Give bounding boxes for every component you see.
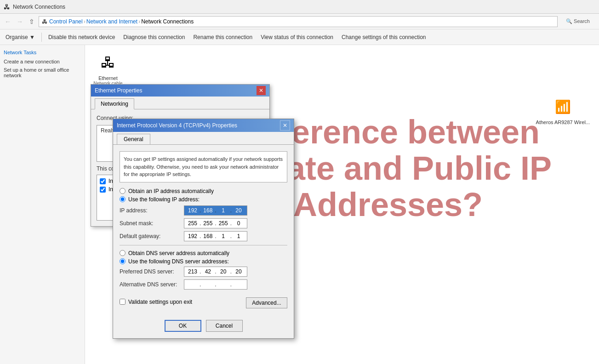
ip-address-input[interactable]: . . . [184,205,247,216]
ethernet-dialog-title: Ethernet Properties [95,87,257,94]
rename-button[interactable]: Rename this connection [189,31,256,44]
adns-octet-1[interactable] [186,281,199,288]
adns-octet-3[interactable] [217,281,230,288]
ethernet-dialog-close[interactable]: ✕ [257,86,266,95]
tcpip-dialog-tabs: General [113,132,294,145]
pdns-octet-2[interactable] [201,268,214,275]
subnet-octet-1[interactable] [186,220,199,227]
gw-octet-1[interactable] [186,233,199,239]
subnet-mask-label: Subnet mask: [120,220,184,227]
address-bar: ← → ⇧ 🖧 Control Panel › Network and Inte… [0,14,599,29]
left-panel-item-2[interactable]: Set up a home or small office network [4,67,81,78]
forward-button[interactable]: → [15,17,25,27]
manual-ip-row: Use the following IP address: [120,196,287,203]
subnet-mask-row: Subnet mask: . . . [120,218,287,228]
back-button[interactable]: ← [3,17,13,27]
ip-radio-group: Obtain an IP address automatically Use t… [120,188,287,203]
view-status-button[interactable]: View status of this connection [257,31,337,44]
gw-octet-2[interactable] [201,233,214,239]
pdns-octet-4[interactable] [232,268,245,275]
app-icon: 🖧 [4,3,10,11]
toolbar: Organise ▼ Disable this network device D… [0,29,599,45]
alternative-dns-input[interactable]: . . . [184,279,247,290]
manual-dns-row: Use the following DNS server addresses: [120,258,287,265]
gw-octet-4[interactable] [232,233,245,239]
gateway-input[interactable]: . . . [184,231,247,241]
preferred-dns-input[interactable]: . . . [184,267,247,277]
ip-octet-1[interactable] [186,207,199,214]
ip-octet-2[interactable] [201,207,214,214]
pdns-octet-1[interactable] [186,268,199,275]
gateway-label: Default gateway: [120,233,184,239]
alternative-dns-label: Alternative DNS server: [120,281,184,288]
gw-octet-3[interactable] [217,233,230,239]
breadcrumb-icon: 🖧 [42,18,47,25]
separator [120,245,287,245]
ip-address-label: IP address: [120,207,184,214]
info-box: You can get IP settings assigned automat… [120,151,287,182]
manual-dns-label: Use the following DNS server addresses: [128,258,229,265]
preferred-dns-row: Preferred DNS server: . . . [120,267,287,277]
ethernet-dialog-tabs: Networking [91,97,269,109]
validate-checkbox[interactable] [120,299,126,305]
ip-octet-4[interactable] [232,207,245,214]
dns-section: Obtain DNS server address automatically … [120,250,287,290]
ip-address-row: IP address: . . . [120,205,287,216]
tcpip-dialog-body: You can get IP settings assigned automat… [113,145,294,316]
adns-octet-4[interactable] [232,281,245,288]
alternative-dns-row: Alternative DNS server: . . . [120,279,287,290]
auto-dns-label: Obtain DNS server address automatically [128,250,229,256]
manual-dns-radio[interactable] [120,258,126,264]
auto-ip-radio[interactable] [120,188,126,194]
breadcrumb-control-panel[interactable]: Control Panel [49,18,83,25]
content-area: 🖧 Ethernet Network cable unplugged 📶 Ath… [85,45,599,364]
main-area: Network Tasks Create a new connection Se… [0,45,599,364]
pdns-octet-3[interactable] [217,268,230,275]
toolbar-separator-1 [41,33,42,42]
manual-ip-radio[interactable] [120,196,126,202]
subnet-octet-4[interactable] [232,220,245,227]
tcpip-dialog-buttons: OK Cancel [113,316,294,338]
title-bar: 🖧 Network Connections [0,0,599,14]
component-checkbox-1[interactable] [100,178,106,184]
subnet-mask-input[interactable]: . . . [184,218,247,228]
atheros-name: Atheros AR9287 Wirel... [536,119,590,125]
tcpip-dialog-close[interactable]: ✕ [280,120,290,131]
auto-dns-radio[interactable] [120,250,126,256]
gateway-row: Default gateway: . . . [120,231,287,241]
ip-octet-3[interactable] [217,207,230,214]
tcpip-dialog-titlebar: Internet Protocol Version 4 (TCP/IPv4) P… [113,119,294,132]
breadcrumb-network-connections: Network Connections [141,18,194,25]
diagnose-button[interactable]: Diagnose this connection [120,31,188,44]
tcpip-dialog-title: Internet Protocol Version 4 (TCP/IPv4) P… [117,122,280,129]
advanced-button[interactable]: Advanced... [246,297,287,308]
ok-button[interactable]: OK [165,320,201,332]
ethernet-dialog-titlebar: Ethernet Properties ✕ [91,85,269,97]
validate-label: Validate settings upon exit [128,299,192,305]
preferred-dns-label: Preferred DNS server: [120,268,184,275]
organize-button[interactable]: Organise ▼ [2,31,39,44]
tcpip-properties-dialog: Internet Protocol Version 4 (TCP/IPv4) P… [113,119,294,339]
cancel-button[interactable]: Cancel [206,320,243,332]
atheros-icon: 📶 [552,96,574,118]
ethernet-tab-networking[interactable]: Networking [95,98,134,109]
subnet-octet-3[interactable] [217,220,230,227]
auto-ip-row: Obtain an IP address automatically [120,188,287,194]
tcpip-tab-general[interactable]: General [117,134,150,144]
ethernet-icon: 🖧 [97,51,119,74]
left-panel-task[interactable]: Network Tasks [4,50,81,55]
search-button[interactable]: 🔍 Search [559,17,596,27]
change-settings-button[interactable]: Change settings of this connection [338,31,429,44]
subnet-octet-2[interactable] [201,220,214,227]
address-field[interactable]: 🖧 Control Panel › Network and Internet ›… [39,16,558,27]
breadcrumb-network-internet[interactable]: Network and Internet [86,18,137,25]
auto-dns-row: Obtain DNS server address automatically [120,250,287,256]
atheros-connection-item[interactable]: 📶 Atheros AR9287 Wirel... [536,96,590,125]
up-button[interactable]: ⇧ [27,17,37,27]
left-panel-item-1[interactable]: Create a new connection [4,59,81,64]
disable-device-button[interactable]: Disable this network device [45,31,119,44]
adns-octet-2[interactable] [201,281,214,288]
left-panel: Network Tasks Create a new connection Se… [0,45,85,364]
component-checkbox-2[interactable] [100,187,106,193]
auto-ip-label: Obtain an IP address automatically [128,188,214,194]
